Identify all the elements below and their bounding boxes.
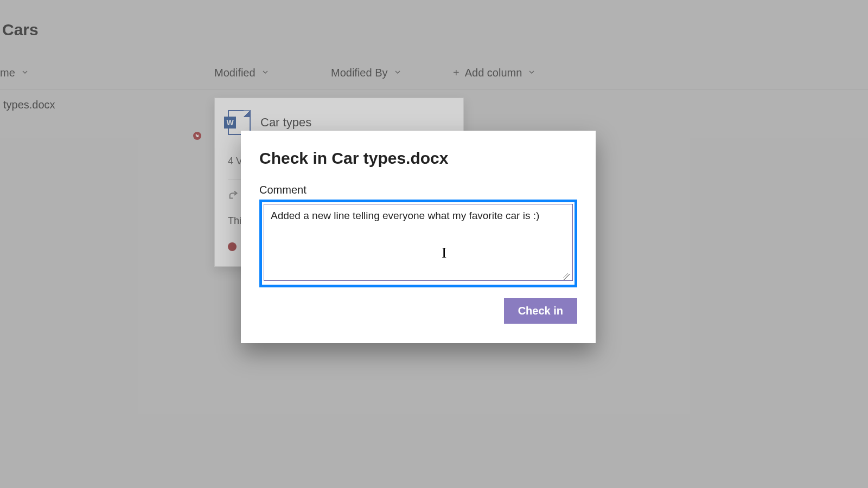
- dialog-title: Check in Car types.docx: [259, 149, 577, 168]
- resize-handle-icon[interactable]: [563, 273, 570, 280]
- check-in-dialog: Check in Car types.docx Comment I Check …: [241, 131, 596, 343]
- comment-textarea[interactable]: [264, 204, 573, 281]
- check-in-button[interactable]: Check in: [504, 298, 577, 324]
- comment-field-highlight: I: [259, 200, 577, 287]
- comment-field-label: Comment: [259, 184, 577, 196]
